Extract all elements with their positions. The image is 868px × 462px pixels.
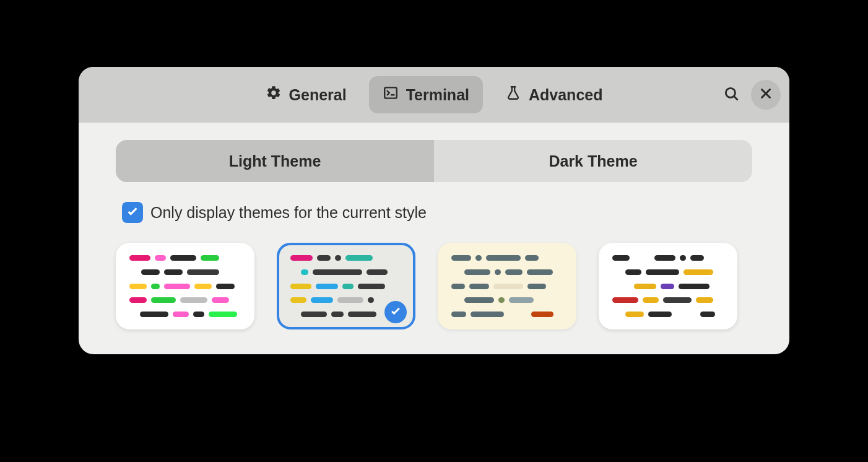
search-button[interactable] [716, 80, 746, 110]
tab-label: General [289, 86, 347, 104]
preview-line [451, 255, 563, 261]
check-icon [389, 305, 402, 320]
theme-option-2[interactable] [277, 243, 415, 329]
header-tabs: General Terminal Advanced [252, 76, 617, 113]
tab-terminal[interactable]: Terminal [369, 76, 483, 113]
tab-label: Terminal [406, 86, 469, 104]
preview-line [290, 255, 402, 261]
flask-icon [505, 85, 521, 105]
tab-general[interactable]: General [252, 76, 360, 113]
terminal-icon [383, 85, 399, 105]
headerbar: General Terminal Advanced [79, 67, 789, 123]
preview-line [451, 297, 563, 303]
filter-label: Only display themes for the current styl… [150, 204, 427, 222]
preview-line [290, 269, 402, 275]
preview-line [129, 269, 241, 275]
tab-advanced[interactable]: Advanced [492, 76, 616, 113]
preview-line [612, 312, 724, 317]
preview-line [129, 297, 241, 303]
preferences-window: General Terminal Advanced [79, 67, 789, 354]
preview-line [129, 255, 241, 261]
preview-line [290, 297, 402, 303]
theme-option-3[interactable] [438, 243, 576, 329]
preview-line [451, 312, 563, 317]
preview-line [612, 269, 724, 275]
close-button[interactable] [751, 80, 781, 110]
preview-line [612, 255, 724, 261]
preview-line [451, 284, 563, 289]
filter-row: Only display themes for the current styl… [122, 202, 752, 223]
theme-option-4[interactable] [599, 243, 737, 329]
preview-line [290, 284, 402, 289]
search-icon [723, 85, 739, 104]
preview-line [451, 269, 563, 275]
svg-rect-0 [384, 87, 397, 98]
preview-line [612, 284, 724, 289]
close-icon [758, 85, 774, 104]
theme-option-1[interactable] [116, 243, 254, 329]
headerbar-controls [716, 80, 781, 110]
segment-light-theme[interactable]: Light Theme [116, 140, 434, 182]
tab-label: Advanced [529, 86, 602, 104]
preview-line [129, 284, 241, 289]
theme-mode-switcher: Light Theme Dark Theme [116, 140, 752, 182]
check-icon [126, 204, 139, 220]
filter-checkbox[interactable] [122, 202, 143, 223]
segment-dark-theme[interactable]: Dark Theme [434, 140, 752, 182]
theme-grid [116, 243, 752, 329]
selected-badge [384, 301, 407, 323]
preview-line [129, 312, 241, 317]
preview-line [612, 297, 724, 303]
gear-icon [266, 85, 282, 105]
content-area: Light Theme Dark Theme Only display them… [79, 123, 789, 354]
